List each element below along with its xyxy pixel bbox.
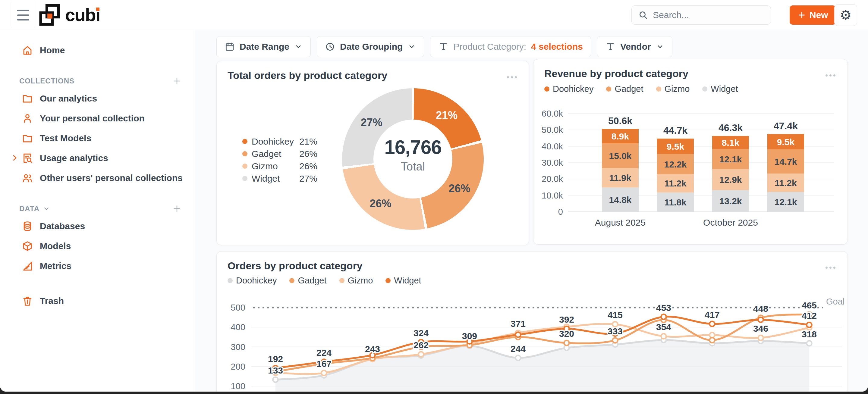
card-title: Total orders by product category [227,70,387,81]
svg-text:Goal: Goal [826,297,844,306]
sidebar-section-collections: COLLECTIONS [0,73,195,89]
person-icon [22,113,33,124]
cube-icon [22,240,33,252]
svg-text:8.9k: 8.9k [612,131,629,141]
search-input[interactable]: Search... [631,5,771,25]
svg-text:346: 346 [753,324,768,333]
trash-icon [22,295,33,307]
svg-text:100: 100 [231,381,245,391]
sidebar-item-your-personal-collection[interactable]: Your personal collection [0,108,195,128]
svg-text:465: 465 [802,300,817,310]
svg-text:167: 167 [316,359,332,369]
app-logo[interactable]: cubı [38,4,100,26]
legend-item-gadget[interactable]: Gadget26% [242,147,317,160]
svg-text:30.0k: 30.0k [541,158,563,167]
ruler-icon [22,260,33,272]
svg-text:August 2025: August 2025 [595,218,646,227]
folder-icon [22,93,33,104]
svg-text:400: 400 [231,322,245,332]
add-collections-button[interactable] [172,76,182,86]
filter-date-range[interactable]: Date Range [216,36,311,57]
revenue-stacked-bar-chart[interactable]: 60.0k50.0k40.0k30.0k20.0k10.0k014.8k11.9… [533,59,847,244]
svg-text:318: 318 [802,329,817,339]
legend-item-widget[interactable]: Widget27% [242,172,317,185]
svg-text:12.9k: 12.9k [719,175,742,185]
svg-text:9.5k: 9.5k [667,141,684,152]
svg-text:46.3k: 46.3k [718,122,743,133]
app-header: cubı Search... New ⚙ [0,0,868,30]
filter-product-category[interactable]: Product Category:4 selections [430,36,591,57]
svg-text:October 2025: October 2025 [703,218,758,227]
svg-text:392: 392 [559,315,574,324]
card-revenue-by-product-category: Revenue by product category DoohickeyGad… [533,59,848,244]
svg-text:13.2k: 13.2k [719,196,742,206]
donut-total-label: Total [384,160,441,173]
svg-text:40.0k: 40.0k [541,141,563,151]
sidebar-item-other-users-personal-collections[interactable]: Other users' personal collections [0,168,195,188]
legend-item-doohickey[interactable]: Doohickey21% [242,135,317,147]
svg-text:133: 133 [268,365,283,375]
chevron-down-icon [656,42,664,51]
sidebar-item-test-models[interactable]: Test Models [0,128,195,148]
header-divider [12,2,12,28]
settings-button[interactable]: ⚙ [834,4,857,26]
sidebar-item-our-analytics[interactable]: Our analytics [0,89,195,108]
sidebar-item-trash[interactable]: Trash [0,291,195,311]
orders-line-chart[interactable]: 500400300200100Goal133244318167262371415… [217,252,847,392]
card-orders-by-product-category: Orders by product category DoohickeyGadg… [216,251,848,392]
svg-text:412: 412 [802,310,817,321]
svg-text:14.8k: 14.8k [609,195,631,205]
sidebar-item-home[interactable]: Home [0,40,195,60]
chevron-right-icon[interactable] [10,153,19,162]
svg-text:50.0k: 50.0k [541,125,563,135]
svg-text:11.9k: 11.9k [609,173,631,183]
sidebar-toggle-button[interactable] [17,10,29,21]
logo-i-dot [96,7,99,11]
svg-text:8.1k: 8.1k [722,138,740,147]
sidebar-item-models[interactable]: Models [0,236,195,256]
sidebar-item-databases[interactable]: Databases [0,216,195,236]
svg-text:300: 300 [231,342,245,352]
card-total-orders-by-product-category: Total orders by product category 16,766 … [216,61,529,245]
svg-text:50.6k: 50.6k [608,116,632,126]
logo-wordmark: cubı [65,6,100,24]
svg-text:14.7k: 14.7k [774,157,797,167]
house-icon [22,44,33,56]
card-menu-button[interactable] [505,74,519,80]
svg-text:9.5k: 9.5k [777,137,795,147]
textT-icon [438,41,448,52]
chevron-down-icon[interactable] [42,205,50,213]
search-icon [638,10,648,20]
logo-mark-icon [38,4,61,26]
sidebar-item-usage-analytics[interactable]: Usage analytics [0,148,195,168]
filter-date-grouping[interactable]: Date Grouping [317,36,424,57]
svg-text:60.0k: 60.0k [541,109,563,119]
search-placeholder: Search... [653,10,689,20]
svg-text:0: 0 [558,207,563,217]
svg-text:47.4k: 47.4k [774,121,798,131]
main-content: Date RangeDate GroupingProduct Category:… [195,30,868,392]
add-data-button[interactable] [172,204,182,214]
new-button[interactable]: New [789,5,836,25]
svg-text:309: 309 [462,331,477,341]
slice-label-gizmo: 26% [370,197,391,210]
svg-text:20.0k: 20.0k [541,174,563,184]
svg-text:12.1k: 12.1k [774,197,797,207]
slice-label-gadget: 26% [448,182,470,195]
svg-text:453: 453 [656,303,671,313]
legend-item-gizmo[interactable]: Gizmo26% [242,160,317,172]
filter-value: 4 selections [531,41,583,52]
svg-text:10.0k: 10.0k [541,191,563,200]
svg-text:333: 333 [608,326,623,336]
plus-icon [798,11,806,19]
sidebar: HomeCOLLECTIONSOur analyticsYour persona… [0,30,195,392]
clock-icon [325,41,335,52]
textT-icon [605,41,615,52]
svg-text:324: 324 [413,328,429,338]
sidebar-item-metrics[interactable]: Metrics [0,256,195,276]
calendar-icon [224,41,235,52]
svg-text:415: 415 [608,310,623,320]
svg-text:262: 262 [413,340,429,350]
folder-icon [22,133,33,144]
filter-vendor[interactable]: Vendor [597,36,673,57]
